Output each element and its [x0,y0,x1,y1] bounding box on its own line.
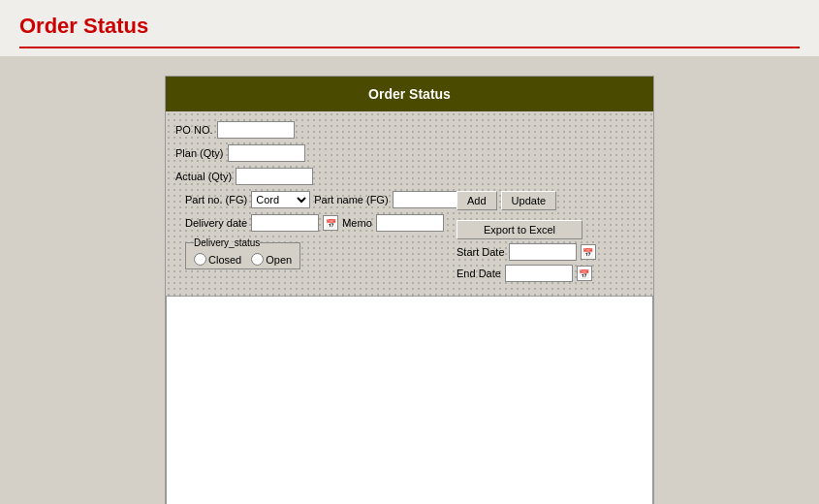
open-radio-item[interactable]: Open [251,253,292,266]
closed-label: Closed [208,254,241,266]
end-date-input[interactable] [505,265,573,282]
delivery-status-legend: Delivery_status [194,237,260,248]
header-divider [19,47,800,48]
export-button[interactable]: Export to Excel [457,220,583,239]
start-date-calendar-icon[interactable]: 📅 [581,244,596,260]
delivery-status-row: Delivery_status Closed Open [185,237,447,269]
start-date-label: Start Date [457,246,505,258]
start-date-row: Start Date 📅 [457,243,612,261]
actual-qty-row: Actual (Qty) [175,168,486,185]
plan-qty-row: Plan (Qty) [175,144,486,162]
form-body: PO NO. Plan (Qty) Actual (Qty) P [166,111,653,296]
part-name-label: Part name (FG) [314,194,388,205]
po-no-row: PO NO. [175,121,486,139]
part-no-label: Part no. (FG) [185,194,247,205]
page-title: Order Status [19,14,800,39]
delivery-status-group: Delivery_status Closed Open [185,237,300,269]
delivery-date-label: Delivery date [185,217,247,229]
plan-qty-input[interactable] [228,144,305,162]
main-content: Order Status PO NO. Plan (Qty) Actual (Q… [0,56,819,504]
closed-radio[interactable] [194,253,206,266]
end-date-calendar-icon[interactable]: 📅 [577,266,592,281]
part-row: Part no. (FG) Cord Option2 Option3 Part … [185,191,447,208]
right-panel-inner: Add Update Export to Excel Start Date 📅 [457,191,612,282]
closed-radio-item[interactable]: Closed [194,253,241,266]
update-button[interactable]: Update [501,191,556,210]
middle-panel: Part no. (FG) Cord Option2 Option3 Part … [185,191,447,275]
add-button[interactable]: Add [457,191,497,210]
end-date-row: End Date 📅 [457,265,612,282]
open-radio[interactable] [251,253,264,266]
form-title: Order Status [166,77,653,111]
plan-qty-label: Plan (Qty) [175,147,224,159]
end-date-label: End Date [457,268,501,279]
radio-group: Closed Open [194,253,292,266]
part-no-select[interactable]: Cord Option2 Option3 [251,191,310,208]
memo-label: Memo [342,217,372,229]
delivery-calendar-icon[interactable]: 📅 [323,215,338,231]
export-row: Export to Excel [457,220,612,239]
memo-input[interactable] [376,214,444,232]
actual-qty-label: Actual (Qty) [175,171,232,182]
actual-qty-input[interactable] [236,168,313,185]
po-no-label: PO NO. [175,124,213,136]
page-header: Order Status [0,0,819,56]
action-buttons-row: Add Update [457,191,612,210]
part-name-input[interactable] [393,191,460,208]
open-label: Open [266,254,292,266]
delivery-date-input[interactable] [251,214,319,232]
start-date-input[interactable] [509,243,577,261]
data-area [166,296,653,504]
form-container: Order Status PO NO. Plan (Qty) Actual (Q… [165,76,654,504]
delivery-row: Delivery date 📅 Memo [185,214,447,232]
left-panel: PO NO. Plan (Qty) Actual (Qty) [175,121,486,191]
right-panel: Add Update Export to Excel Start Date 📅 [457,191,612,282]
po-no-input[interactable] [217,121,295,139]
